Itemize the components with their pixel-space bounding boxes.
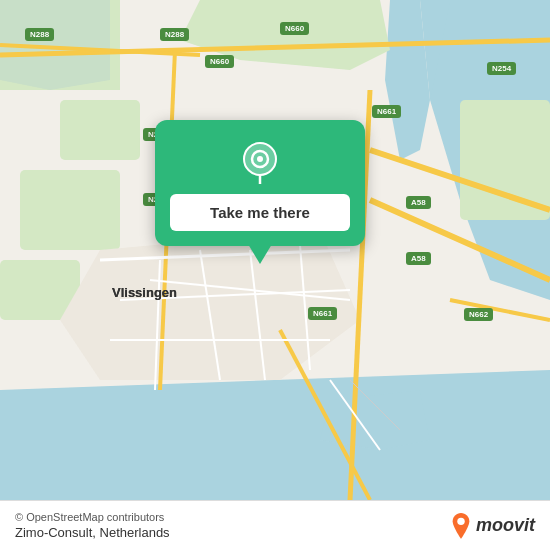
bottom-bar: © OpenStreetMap contributors Zimo-Consul… — [0, 500, 550, 550]
city-label: Vlissingen — [112, 285, 177, 300]
svg-point-34 — [257, 156, 263, 162]
svg-rect-9 — [60, 100, 140, 160]
road-label-n288-2: N288 — [160, 28, 189, 41]
map-svg — [0, 0, 550, 500]
svg-marker-4 — [0, 370, 550, 500]
popup-card: Take me there — [155, 120, 365, 246]
road-label-n661-bot: N661 — [308, 307, 337, 320]
moovit-logo: moovit — [450, 513, 535, 539]
svg-rect-12 — [460, 100, 550, 220]
road-label-n662: N662 — [464, 308, 493, 321]
location-name: Zimo-Consult, Netherlands — [15, 525, 170, 540]
road-label-n660-2: N660 — [205, 55, 234, 68]
road-label-a58-2: A58 — [406, 252, 431, 265]
moovit-brand-text: moovit — [476, 515, 535, 536]
moovit-pin-icon — [450, 513, 472, 539]
road-label-n254: N254 — [487, 62, 516, 75]
road-label-n288-1: N288 — [25, 28, 54, 41]
take-me-there-button[interactable]: Take me there — [170, 194, 350, 231]
road-label-n660-1: N660 — [280, 22, 309, 35]
location-pin-icon — [238, 140, 282, 184]
svg-rect-10 — [20, 170, 120, 250]
road-label-n661-top: N661 — [372, 105, 401, 118]
map-container: N288 N288 N660 N660 N254 N661 N25 N25 A5… — [0, 0, 550, 500]
road-label-a58-1: A58 — [406, 196, 431, 209]
svg-point-36 — [457, 517, 464, 524]
osm-attribution: © OpenStreetMap contributors — [15, 511, 170, 523]
